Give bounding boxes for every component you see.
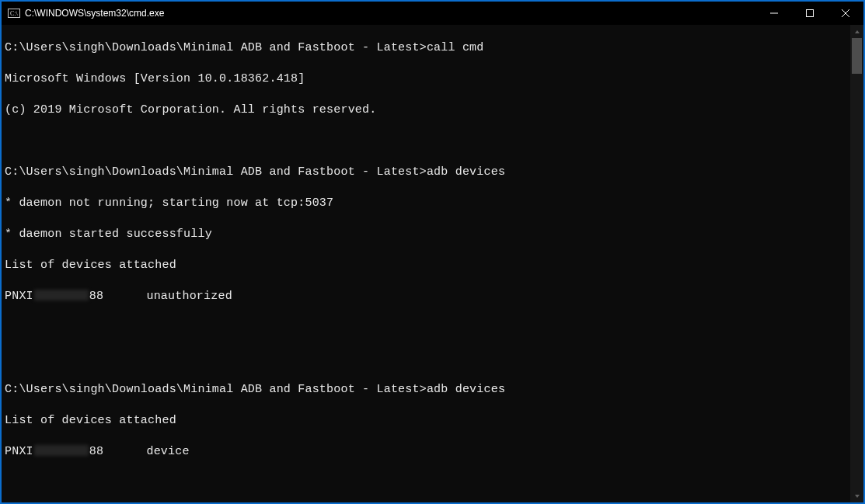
cmd-window: C:\ C:\WINDOWS\system32\cmd.exe C:\Users… bbox=[0, 0, 865, 504]
svg-rect-3 bbox=[807, 10, 814, 17]
redacted-serial bbox=[34, 445, 89, 456]
output-line bbox=[5, 475, 850, 491]
svg-marker-6 bbox=[855, 30, 860, 33]
output-line: List of devices attached bbox=[5, 413, 850, 429]
terminal-output[interactable]: C:\Users\singh\Downloads\Minimal ADB and… bbox=[2, 25, 850, 502]
output-line: PNXI88 unauthorized bbox=[5, 289, 850, 304]
maximize-button[interactable] bbox=[792, 2, 828, 25]
output-line: C:\Users\singh\Downloads\Minimal ADB and… bbox=[5, 382, 850, 398]
output-line: Microsoft Windows [Version 10.0.18362.41… bbox=[5, 71, 850, 87]
minimize-button[interactable] bbox=[756, 2, 792, 25]
svg-text:C:\: C:\ bbox=[10, 10, 19, 17]
scroll-up-button[interactable] bbox=[850, 25, 863, 38]
output-line bbox=[5, 320, 850, 335]
output-line bbox=[5, 351, 850, 367]
cmd-icon: C:\ bbox=[8, 7, 20, 19]
output-line: * daemon started successfully bbox=[5, 227, 850, 242]
window-title: C:\WINDOWS\system32\cmd.exe bbox=[25, 8, 164, 19]
output-line: List of devices attached bbox=[5, 258, 850, 273]
output-line: C:\Users\singh\Downloads\Minimal ADB and… bbox=[5, 40, 850, 56]
client-area: C:\Users\singh\Downloads\Minimal ADB and… bbox=[2, 25, 863, 502]
output-line: PNXI88 device bbox=[5, 444, 850, 460]
vertical-scrollbar[interactable] bbox=[850, 25, 863, 502]
output-line: C:\Users\singh\Downloads\Minimal ADB and… bbox=[5, 165, 850, 180]
scroll-down-button[interactable] bbox=[850, 489, 863, 502]
close-button[interactable] bbox=[828, 2, 863, 25]
svg-marker-7 bbox=[855, 495, 860, 498]
scroll-thumb[interactable] bbox=[852, 38, 862, 74]
output-line bbox=[5, 134, 850, 149]
titlebar[interactable]: C:\ C:\WINDOWS\system32\cmd.exe bbox=[2, 2, 863, 25]
output-line: * daemon not running; starting now at tc… bbox=[5, 196, 850, 211]
output-line: (c) 2019 Microsoft Corporation. All righ… bbox=[5, 103, 850, 118]
redacted-serial bbox=[34, 290, 89, 301]
